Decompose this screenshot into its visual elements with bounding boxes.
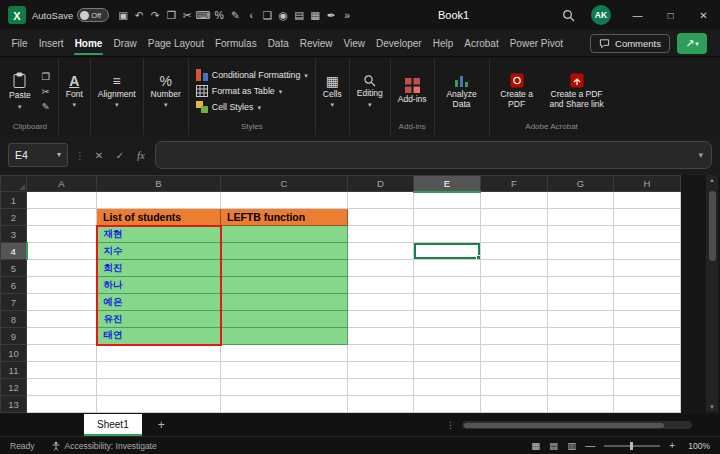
row-header-3[interactable]: 3 [1, 226, 27, 243]
alignment-group-button[interactable]: ≡ Alignment ▾ [95, 73, 139, 110]
cell-C5[interactable] [221, 260, 348, 277]
cell-C2[interactable]: LEFTB function [221, 209, 348, 226]
cell-H12[interactable] [614, 379, 681, 396]
cell-E13[interactable] [414, 396, 481, 413]
percent-icon[interactable]: % [211, 0, 227, 30]
cell-D11[interactable] [348, 362, 414, 379]
cell-E8[interactable] [414, 311, 481, 328]
cell-F13[interactable] [481, 396, 548, 413]
cell-D7[interactable] [348, 294, 414, 311]
cell-A10[interactable] [27, 345, 97, 362]
cell-F9[interactable] [481, 328, 548, 345]
tab-insert[interactable]: Insert [33, 30, 69, 56]
cell-B9[interactable]: 태연 [97, 328, 221, 345]
cell-A13[interactable] [27, 396, 97, 413]
zoom-out-button[interactable]: — [585, 440, 595, 451]
cell-D4[interactable] [348, 243, 414, 260]
share-button[interactable]: ↗ ▾ [677, 33, 707, 54]
tab-power-pivot[interactable]: Power Pivot [504, 30, 568, 56]
row-header-9[interactable]: 9 [1, 328, 27, 345]
accessibility-status[interactable]: Accessibility: Investigate [51, 441, 157, 451]
more-icon[interactable]: » [339, 0, 355, 30]
search-icon[interactable] [552, 9, 585, 22]
cell-D12[interactable] [348, 379, 414, 396]
cell-F11[interactable] [481, 362, 548, 379]
format-as-table-button[interactable]: Format as Table ▾ [193, 84, 311, 99]
cell-D5[interactable] [348, 260, 414, 277]
cell-C12[interactable] [221, 379, 348, 396]
cell-E1[interactable] [414, 192, 481, 209]
zoom-in-button[interactable]: + [669, 440, 675, 451]
column-header-A[interactable]: A [27, 176, 97, 192]
tab-file[interactable]: File [6, 30, 33, 56]
cell-G2[interactable] [548, 209, 614, 226]
cell-B10[interactable] [97, 345, 221, 362]
horizontal-scrollbar[interactable] [462, 421, 692, 429]
cell-F7[interactable] [481, 294, 548, 311]
cell-E5[interactable] [414, 260, 481, 277]
cell-F3[interactable] [481, 226, 548, 243]
row-header-8[interactable]: 8 [1, 311, 27, 328]
cell-F8[interactable] [481, 311, 548, 328]
cell-G9[interactable] [548, 328, 614, 345]
cell-A5[interactable] [27, 260, 97, 277]
cell-B7[interactable]: 예은 [97, 294, 221, 311]
cut-button[interactable]: ✂ [38, 86, 54, 97]
cell-C8[interactable] [221, 311, 348, 328]
cell-D1[interactable] [348, 192, 414, 209]
cell-B3[interactable]: 재현 [97, 226, 221, 243]
cell-G5[interactable] [548, 260, 614, 277]
name-box[interactable]: E4 ▾ [8, 143, 68, 167]
cell-D9[interactable] [348, 328, 414, 345]
cell-D10[interactable] [348, 345, 414, 362]
conditional-formatting-button[interactable]: Conditional Formatting ▾ [193, 68, 311, 83]
cell-A8[interactable] [27, 311, 97, 328]
select-all-button[interactable] [1, 176, 27, 192]
cell-D8[interactable] [348, 311, 414, 328]
normal-view-button[interactable]: ▦ [531, 440, 540, 451]
row-header-4[interactable]: 4 [1, 243, 27, 260]
page-break-view-button[interactable]: ▥ [567, 440, 576, 451]
cell-F2[interactable] [481, 209, 548, 226]
cell-G6[interactable] [548, 277, 614, 294]
column-header-G[interactable]: G [548, 176, 614, 192]
cell-A2[interactable] [27, 209, 97, 226]
confirm-entry-button[interactable]: ✓ [113, 150, 127, 161]
user-avatar[interactable]: AK [591, 5, 611, 25]
cell-C6[interactable] [221, 277, 348, 294]
cell-styles-button[interactable]: Cell Styles ▾ [193, 100, 311, 115]
cell-C4[interactable] [221, 243, 348, 260]
calculator-icon[interactable]: ▦ [307, 0, 323, 30]
cell-D2[interactable] [348, 209, 414, 226]
cell-H1[interactable] [614, 192, 681, 209]
scroll-down-icon[interactable]: ▼ [709, 404, 715, 410]
cell-H11[interactable] [614, 362, 681, 379]
cell-D13[interactable] [348, 396, 414, 413]
cell-H9[interactable] [614, 328, 681, 345]
cell-B5[interactable]: 희진 [97, 260, 221, 277]
cell-H5[interactable] [614, 260, 681, 277]
cell-G8[interactable] [548, 311, 614, 328]
cell-G3[interactable] [548, 226, 614, 243]
redo-icon[interactable]: ↷ [147, 0, 163, 30]
cell-E9[interactable] [414, 328, 481, 345]
autosave-switch[interactable]: Off [77, 8, 109, 22]
row-header-12[interactable]: 12 [1, 379, 27, 396]
row-header-5[interactable]: 5 [1, 260, 27, 277]
row-header-2[interactable]: 2 [1, 209, 27, 226]
cell-G12[interactable] [548, 379, 614, 396]
comments-button[interactable]: Comments [590, 34, 670, 53]
addins-button[interactable]: Add-ins [395, 77, 430, 106]
row-header-6[interactable]: 6 [1, 277, 27, 294]
excel-logo-icon[interactable]: X [8, 6, 26, 24]
new-file-icon[interactable]: ❏ [259, 0, 275, 30]
cell-B1[interactable] [97, 192, 221, 209]
pin-icon[interactable]: ◉ [275, 0, 291, 30]
cell-E6[interactable] [414, 277, 481, 294]
formula-input[interactable]: ▾ [155, 141, 712, 169]
cell-G1[interactable] [548, 192, 614, 209]
cell-H2[interactable] [614, 209, 681, 226]
row-header-11[interactable]: 11 [1, 362, 27, 379]
cells-group-button[interactable]: ▦ Cells ▾ [320, 73, 345, 110]
cell-G10[interactable] [548, 345, 614, 362]
